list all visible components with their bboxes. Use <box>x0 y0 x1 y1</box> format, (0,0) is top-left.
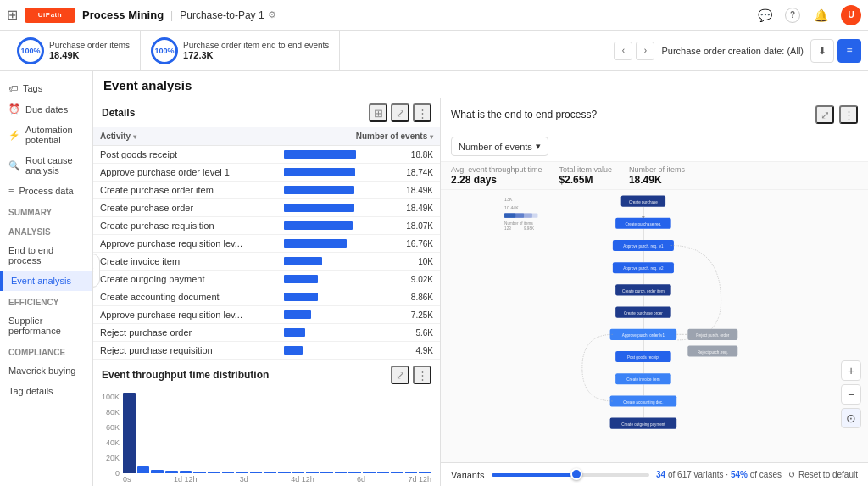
avatar[interactable]: U <box>841 5 861 25</box>
details-panel: Details ⊞ ⤢ ⋮ Activity ▾ <box>93 98 440 360</box>
svg-text:123: 123 <box>504 226 511 231</box>
events-col-header[interactable]: Number of events ▾ <box>277 127 440 146</box>
event-analysis-title: Event analysis <box>103 78 858 92</box>
automation-icon: ⚡ <box>8 130 20 141</box>
event-count: 18.8K <box>277 146 440 164</box>
sidebar-section-analysis: Analysis <box>0 221 92 240</box>
right-controls: Number of events ▾ <box>441 131 868 162</box>
svg-text:Approve purch. req. lv1: Approve purch. req. lv1 <box>623 244 664 249</box>
throughput-actions: ⤢ ⋮ <box>391 366 431 384</box>
sidebar-item-end-to-end[interactable]: End to end process <box>0 240 92 271</box>
panel-collapse-btn[interactable]: ‹ <box>93 254 100 288</box>
sidebar-item-tag-details[interactable]: Tag details <box>0 381 92 401</box>
top-nav: ⊞ UiPath Process Mining | Purchase-to-Pa… <box>0 0 868 31</box>
event-count: 18.07K <box>277 217 440 235</box>
table-view-btn[interactable]: ⊞ <box>369 103 387 122</box>
activity-table-scroll[interactable]: Activity ▾ Number of events ▾ Post goods… <box>93 127 440 360</box>
reset-icon: ↺ <box>788 470 795 479</box>
svg-text:10.44K: 10.44K <box>504 205 519 210</box>
table-row: Reject purchase requisition 4.9K <box>93 342 440 360</box>
svg-text:Create outgoing payment: Create outgoing payment <box>621 422 665 427</box>
right-panel-header: What is the end to end process? ⤢ ⋮ <box>441 98 868 131</box>
event-count: 9.02K <box>277 271 440 288</box>
kpi-end-to-end-events: 100% Purchase order item end to end even… <box>141 31 340 70</box>
project-name[interactable]: Purchase-to-Pay 1 ⚙ <box>180 9 275 21</box>
event-count: 10K <box>277 253 440 271</box>
sidebar-item-event-analysis[interactable]: Event analysis <box>0 271 92 291</box>
filter-btn[interactable]: ≡ <box>837 39 861 63</box>
table-row: Create purchase order item 18.49K <box>93 182 440 199</box>
table-row: Approve purchase requisition lev... 7.25… <box>93 306 440 324</box>
activity-name: Create purchase order item <box>93 182 277 199</box>
chart-area: 100K 80K 60K 40K 20K 0 0s <box>93 389 440 486</box>
variants-slider[interactable] <box>492 473 650 477</box>
right-panel: What is the end to end process? ⤢ ⋮ Numb… <box>441 98 868 486</box>
expand-throughput-btn[interactable]: ⤢ <box>391 366 409 384</box>
event-analysis-body: ‹ Details ⊞ ⤢ ⋮ <box>93 98 868 486</box>
due-dates-icon: ⏰ <box>8 103 20 115</box>
sidebar-item-supplier-perf[interactable]: Supplier performance <box>0 310 92 341</box>
export-btn[interactable]: ⬇ <box>810 39 834 63</box>
sidebar-item-automation[interactable]: ⚡ Automation potential <box>0 120 92 150</box>
kpi-prev-btn[interactable]: ‹ <box>614 42 632 60</box>
event-count: 8.86K <box>277 288 440 306</box>
table-row: Approve purchase requisition lev... 16.7… <box>93 235 440 253</box>
sidebar-section-efficiency: Efficiency <box>0 291 92 310</box>
variants-info: 34 of 617 variants · 54% of cases <box>656 470 782 479</box>
details-title: Details <box>102 107 135 119</box>
sidebar-item-tags[interactable]: 🏷 Tags <box>0 78 92 98</box>
kpi-purchase-order-items: 100% Purchase order items 18.49K <box>7 31 141 70</box>
stats-row: Avg. event throughput time 2.28 days Tot… <box>441 162 868 190</box>
sidebar-item-due-dates[interactable]: ⏰ Due dates <box>0 98 92 120</box>
activity-name: Reject purchase requisition <box>93 342 277 360</box>
chart-x-labels: 0s 1d 12h 3d 4d 12h 6d 7d 12h <box>123 473 431 483</box>
zoom-in-btn[interactable]: + <box>841 360 861 381</box>
chart-bars <box>123 393 431 473</box>
table-row: Post goods receipt 18.8K <box>93 146 440 164</box>
kpi-filter-label[interactable]: Purchase order creation date: (All) <box>654 46 810 56</box>
kpi-label-1: Purchase order items <box>49 41 130 50</box>
svg-text:Create purchase: Create purchase <box>629 200 658 204</box>
svg-text:Create purchase req.: Create purchase req. <box>625 222 661 226</box>
kpi-next-btn[interactable]: › <box>636 42 654 60</box>
details-panel-header: Details ⊞ ⤢ ⋮ <box>93 98 440 127</box>
table-row: Approve purchase order level 1 18.74K <box>93 164 440 182</box>
throughput-title: Event throughput time distribution <box>102 369 269 381</box>
kpi-bar: 100% Purchase order items 18.49K 100% Pu… <box>0 31 868 71</box>
expand-details-btn[interactable]: ⤢ <box>391 103 409 122</box>
sidebar-item-root-cause[interactable]: 🔍 Root cause analysis <box>0 150 92 181</box>
svg-text:Approve purch. order lv1: Approve purch. order lv1 <box>622 333 665 338</box>
details-more-btn[interactable]: ⋮ <box>413 103 431 122</box>
help-icon[interactable]: ? <box>785 8 800 23</box>
end-to-end-title: What is the end to end process? <box>451 109 597 120</box>
legend: 13K 10.44K Number of items 123 9.98K <box>504 197 537 231</box>
activity-col-header[interactable]: Activity ▾ <box>93 127 277 146</box>
right-more-btn[interactable]: ⋮ <box>839 105 858 124</box>
throughput-more-btn[interactable]: ⋮ <box>413 366 431 384</box>
settings-icon[interactable]: ⚙ <box>268 9 276 20</box>
events-dropdown[interactable]: Number of events ▾ <box>451 137 548 156</box>
activity-name: Create purchase order <box>93 199 277 217</box>
total-item-stat: Total item value $2.65M <box>559 165 612 186</box>
activity-name: Post goods receipt <box>93 146 277 164</box>
table-row: Create invoice item 10K <box>93 253 440 271</box>
process-flow: 13K 10.44K Number of items 123 9.98K <box>441 190 868 462</box>
table-row: Create accounting document 8.86K <box>93 288 440 306</box>
svg-rect-5 <box>504 214 515 218</box>
activity-name: Create invoice item <box>93 253 277 271</box>
sidebar-item-process-data[interactable]: ≡ Process data <box>0 181 92 201</box>
svg-text:Post goods receipt: Post goods receipt <box>627 355 660 360</box>
activity-name: Approve purchase requisition lev... <box>93 306 277 324</box>
sidebar-item-maverick[interactable]: Maverick buying <box>0 360 92 381</box>
expand-right-btn[interactable]: ⤢ <box>815 105 834 124</box>
fit-view-btn[interactable]: ⊙ <box>841 408 861 428</box>
chat-icon[interactable]: 💬 <box>754 5 775 25</box>
chart-bar <box>123 393 136 473</box>
reset-to-default-btn[interactable]: ↺ Reset to default <box>788 470 858 479</box>
avg-throughput-stat: Avg. event throughput time 2.28 days <box>451 165 542 186</box>
activity-table: Activity ▾ Number of events ▾ Post goods… <box>93 127 440 360</box>
notification-icon[interactable]: 🔔 <box>810 5 831 25</box>
zoom-out-btn[interactable]: − <box>841 384 861 405</box>
bottom-bar: Variants 34 of 617 variants · 54% of cas… <box>441 462 868 486</box>
grid-icon[interactable]: ⊞ <box>7 7 18 23</box>
